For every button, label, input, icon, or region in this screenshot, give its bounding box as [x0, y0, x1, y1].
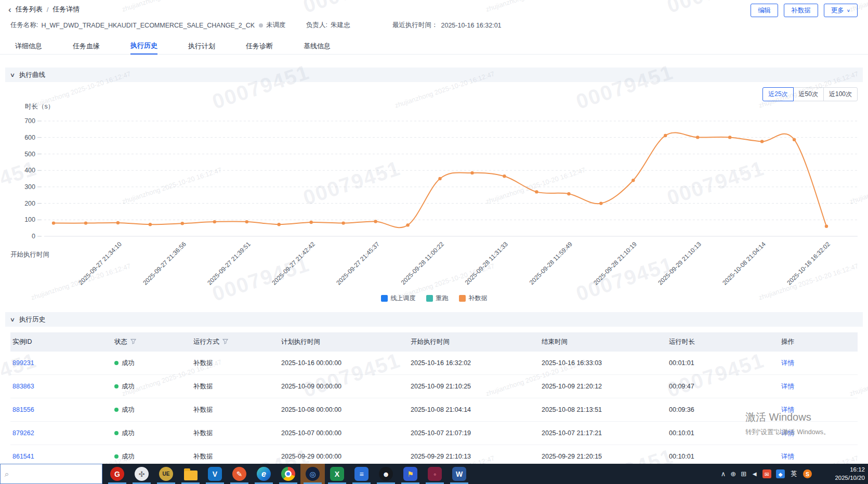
legend-item-0[interactable]: 线上调度: [381, 294, 416, 303]
network-icon[interactable]: ⊕: [730, 470, 736, 478]
instance-id-link[interactable]: 881556: [12, 406, 34, 413]
curve-section-title: 执行曲线: [19, 71, 45, 79]
tab-5[interactable]: 基线信息: [304, 37, 331, 55]
history-section-bar[interactable]: ∨ 执行历史: [5, 312, 863, 327]
edit-button[interactable]: 编辑: [751, 4, 778, 17]
tabs-row: 详细信息任务血缘执行历史执行计划任务诊断基线信息: [0, 37, 868, 55]
chevron-up-icon[interactable]: ∧: [721, 470, 726, 478]
breadcrumb-task-list[interactable]: 任务列表: [16, 5, 43, 14]
tab-3[interactable]: 执行计划: [188, 37, 215, 55]
taskbar-red-g-icon[interactable]: G: [105, 464, 129, 484]
github-icon: ☻: [379, 467, 393, 481]
status-text: 成功: [122, 406, 135, 414]
instance-id-cell: 899231: [12, 352, 34, 374]
legend-item-2[interactable]: 补数据: [459, 294, 488, 303]
column-header-6: 运行时长: [669, 332, 695, 352]
detail-link[interactable]: 详情: [781, 359, 794, 368]
x-tick-label-8: 2025-09-28 21:10:19: [578, 240, 638, 301]
success-dot-icon: [114, 431, 119, 435]
duration-cell: 00:09:36: [669, 398, 694, 421]
legend-label: 补数据: [469, 294, 488, 303]
column-header-0: 实例ID: [12, 332, 32, 352]
taskbar-database-tool-icon[interactable]: ◎: [300, 464, 325, 484]
tab-2[interactable]: 执行历史: [130, 37, 157, 55]
status-text: 成功: [122, 359, 135, 368]
instance-id-link[interactable]: 861541: [12, 453, 34, 460]
task-name-value: H_WF_DWD_TRADE_HKAUDIT_ECOMMERCE_SALE_CH…: [41, 22, 255, 29]
detail-link[interactable]: 详情: [781, 452, 794, 461]
curve-section-bar[interactable]: ∨ 执行曲线: [5, 68, 863, 82]
sogou-icon[interactable]: S: [803, 469, 812, 478]
taskbar-pink-app-icon[interactable]: ◦: [423, 464, 447, 484]
taskbar-pinwheel-icon[interactable]: ✣: [129, 464, 154, 484]
instance-id-link[interactable]: 883863: [12, 383, 34, 390]
duration-cell: 00:10:01: [669, 422, 694, 445]
tab-1[interactable]: 任务血缘: [73, 37, 100, 55]
taskbar-app-icons: G✣UEV✎e◎X≡☻⚑◦W: [105, 464, 471, 484]
taskbar-notepad-icon[interactable]: ≡: [349, 464, 374, 484]
detail-link[interactable]: 详情: [781, 382, 794, 391]
history-section-title: 执行历史: [19, 315, 45, 324]
taskbar-ultraedit-icon[interactable]: UE: [154, 464, 178, 484]
breadcrumb: ‹ 任务列表 / 任务详情: [8, 0, 80, 19]
column-header-4: 开始执行时间: [411, 332, 450, 352]
legend-item-1[interactable]: 重跑: [426, 294, 449, 303]
status-dot-icon: [259, 23, 263, 28]
taskbar-flag-icon[interactable]: ⚑: [398, 464, 423, 484]
detail-link[interactable]: 详情: [781, 429, 794, 438]
legend-swatch-icon: [381, 295, 388, 302]
detail-link[interactable]: 详情: [781, 406, 794, 414]
legend-swatch-icon: [426, 295, 433, 302]
task-name-label: 任务名称:: [10, 21, 38, 30]
taskbar-chrome-icon[interactable]: [276, 464, 300, 484]
range-button-0[interactable]: 近25次: [762, 87, 793, 101]
run-mode-cell: 补数据: [193, 422, 213, 445]
action-cell: 详情: [781, 375, 794, 398]
instance-id-cell: 883863: [12, 375, 34, 398]
svg-text:100: 100: [24, 216, 35, 223]
task-meta-row: 任务名称: H_WF_DWD_TRADE_HKAUDIT_ECOMMERCE_S…: [0, 21, 868, 31]
volume-icon[interactable]: ◄: [751, 470, 758, 478]
notepad-icon: ≡: [354, 467, 369, 481]
action-cell: 详情: [781, 422, 794, 445]
taskbar-pen-icon[interactable]: ✎: [227, 464, 252, 484]
status-cell: 成功: [114, 398, 135, 421]
taskbar-search-box[interactable]: ⌕: [0, 464, 102, 484]
run-mode-cell: 补数据: [193, 352, 213, 374]
chat-badge-icon[interactable]: ◆: [776, 469, 785, 478]
last-exec-value: 2025-10-16 16:32:01: [441, 22, 502, 29]
taskbar-clock[interactable]: 16:12 2025/10/20: [828, 465, 865, 482]
instance-id-link[interactable]: 879262: [12, 429, 34, 437]
mail-badge-icon[interactable]: ✉: [762, 469, 771, 478]
legend-label: 重跑: [436, 294, 449, 303]
pinwheel-icon: ✣: [135, 467, 149, 481]
action-cell: 详情: [781, 398, 794, 421]
taskbar-edge-icon[interactable]: e: [252, 464, 276, 484]
execution-curve-chart: 7006005004003002001000: [0, 93, 868, 249]
instance-id-cell: 881556: [12, 398, 34, 421]
ime-lang-indicator[interactable]: 英: [790, 469, 798, 478]
clock-date: 2025/10/20: [828, 474, 865, 482]
instance-id-link[interactable]: 899231: [12, 359, 34, 367]
search-icon: ⌕: [5, 469, 9, 479]
taskbar-word-icon[interactable]: W: [447, 464, 471, 484]
taskbar-vscode-icon[interactable]: V: [203, 464, 227, 484]
back-icon[interactable]: ‹: [8, 5, 11, 14]
taskbar-file-explorer-icon[interactable]: [178, 464, 203, 484]
filter-icon[interactable]: [130, 339, 136, 346]
last-exec-label: 最近执行时间：: [392, 21, 438, 30]
end-time-cell: 2025-10-09 21:20:12: [542, 375, 602, 398]
table-row: 899231成功补数据2025-10-16 00:00:002025-10-16…: [10, 352, 858, 375]
tab-0[interactable]: 详细信息: [15, 37, 42, 55]
tab-4[interactable]: 任务诊断: [246, 37, 273, 55]
action-cell: 详情: [781, 352, 794, 374]
taskbar-github-icon[interactable]: ☻: [374, 464, 398, 484]
filter-icon[interactable]: [222, 339, 228, 346]
win-grid-icon[interactable]: ⊞: [741, 470, 746, 478]
taskbar-excel-icon[interactable]: X: [325, 464, 349, 484]
duration-cell: 00:09:47: [669, 375, 694, 398]
backfill-button[interactable]: 补数据: [784, 4, 818, 17]
more-button[interactable]: 更多 ∨: [824, 4, 858, 17]
success-dot-icon: [114, 384, 119, 388]
x-tick-label-2: 2025-09-27 21:39:51: [192, 240, 252, 301]
